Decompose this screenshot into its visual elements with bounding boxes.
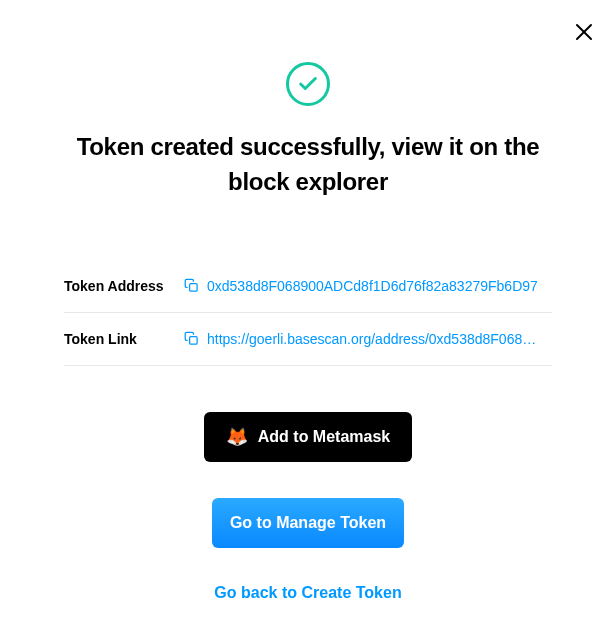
token-link-value-wrapper: https://goerli.basescan.org/address/0xd5… [184,331,552,347]
go-back-label: Go back to Create Token [214,584,401,601]
token-link-label: Token Link [64,331,184,347]
close-button[interactable] [572,20,596,44]
add-to-metamask-button[interactable]: 🦊 Add to Metamask [204,412,412,462]
token-address-value[interactable]: 0xd538d8F068900ADCd8f1D6d76f82a83279Fb6D… [207,278,538,294]
modal-title: Token created successfully, view it on t… [68,130,548,200]
svg-rect-2 [190,284,198,292]
success-icon [286,62,330,106]
close-icon [575,23,593,41]
copy-icon[interactable] [184,331,199,346]
token-link-row: Token Link https://goerli.basescan.org/a… [64,313,552,366]
go-back-button[interactable]: Go back to Create Token [214,584,401,602]
button-section: 🦊 Add to Metamask Go to Manage Token Go … [204,412,412,602]
token-address-value-wrapper: 0xd538d8F068900ADCd8f1D6d76f82a83279Fb6D… [184,278,552,294]
info-section: Token Address 0xd538d8F068900ADCd8f1D6d7… [64,260,552,366]
copy-icon[interactable] [184,278,199,293]
token-address-row: Token Address 0xd538d8F068900ADCd8f1D6d7… [64,260,552,313]
token-link-value[interactable]: https://goerli.basescan.org/address/0xd5… [207,331,536,347]
add-to-metamask-label: Add to Metamask [258,428,390,446]
manage-token-label: Go to Manage Token [230,514,386,532]
fox-icon: 🦊 [226,426,248,448]
token-address-label: Token Address [64,278,184,294]
svg-rect-3 [190,337,198,345]
manage-token-button[interactable]: Go to Manage Token [212,498,404,548]
modal-content: Token created successfully, view it on t… [0,0,616,602]
